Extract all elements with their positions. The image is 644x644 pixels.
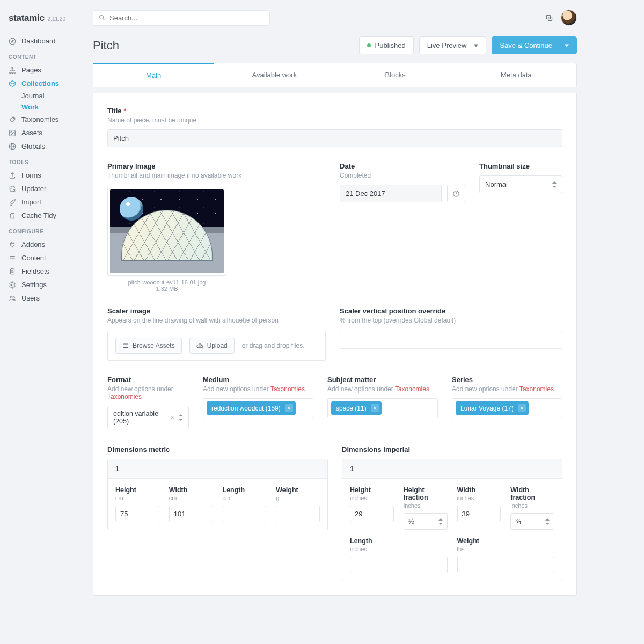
metric-width-input[interactable] xyxy=(169,506,213,522)
title-input[interactable] xyxy=(107,129,562,147)
date-input[interactable] xyxy=(340,185,442,202)
taxonomies-link[interactable]: Taxonomies xyxy=(395,385,429,393)
sidebar-item-label: Journal xyxy=(21,92,45,100)
medium-tag: reduction woodcut (159)× xyxy=(207,401,296,415)
svg-point-6 xyxy=(13,118,14,119)
live-preview-button[interactable]: Live Preview xyxy=(419,36,487,54)
title-help: Name of piece, must be unique xyxy=(107,116,562,124)
format-select[interactable]: edition variable (205) × xyxy=(107,406,189,429)
svg-point-14 xyxy=(100,16,104,19)
status-dot-icon xyxy=(367,43,371,47)
browse-assets-button[interactable]: Browse Assets xyxy=(115,338,182,354)
sidebar-item-fieldsets[interactable]: Fieldsets xyxy=(0,265,89,278)
imperial-length: Lengthinches xyxy=(350,537,448,573)
users-icon xyxy=(9,295,16,302)
imperial-hfrac-select[interactable]: ½ xyxy=(404,513,448,530)
search-icon xyxy=(99,14,105,21)
search-input[interactable] xyxy=(93,10,270,26)
save-dropdown[interactable] xyxy=(559,43,569,48)
medium-tagbox[interactable]: reduction woodcut (159)× xyxy=(203,398,313,418)
thumb-size-select[interactable]: Normal xyxy=(479,175,562,193)
sidebar-item-collections[interactable]: Collections xyxy=(0,77,89,90)
remove-tag-icon[interactable]: × xyxy=(285,404,293,412)
sidebar-item-label: Import xyxy=(21,198,41,206)
taxonomies-link[interactable]: Taxonomies xyxy=(270,385,305,393)
tab-blocks[interactable]: Blocks xyxy=(335,63,456,87)
metric-length-input[interactable] xyxy=(223,506,267,522)
published-status[interactable]: Published xyxy=(359,36,414,54)
remove-tag-icon[interactable]: × xyxy=(371,404,379,412)
series-tagbox[interactable]: Lunar Voyage (17)× xyxy=(452,398,562,418)
tab-main[interactable]: Main xyxy=(93,63,214,87)
sidebar-item-settings[interactable]: Settings xyxy=(0,278,89,291)
scaler-override-input[interactable] xyxy=(340,331,562,349)
brand-version: 2.11.20 xyxy=(48,16,65,22)
sidebar-item-cache-tidy[interactable]: Cache Tidy xyxy=(0,209,89,222)
svg-rect-18 xyxy=(123,344,128,348)
subject-tagbox[interactable]: space (11)× xyxy=(327,398,438,418)
sidebar-item-users[interactable]: Users xyxy=(0,291,89,305)
tab-meta[interactable]: Meta data xyxy=(456,63,576,87)
imperial-height-input[interactable] xyxy=(350,506,394,522)
imperial-width: Widthinches xyxy=(457,486,501,530)
dimensions-imperial: Dimensions imperial 1 Heightinches Heigh… xyxy=(342,445,562,581)
sidebar-item-work[interactable]: Work xyxy=(0,101,89,113)
scaler-image-help: Appears on the line drawing of wall with… xyxy=(107,317,326,324)
imperial-width-input[interactable] xyxy=(457,506,501,522)
metric-weight: Weightg xyxy=(276,486,320,522)
svg-marker-1 xyxy=(11,40,14,42)
sidebar-item-import[interactable]: Import xyxy=(0,195,89,209)
imperial-height-fraction: Height fractioninches½ xyxy=(404,486,448,530)
metric-height-input[interactable] xyxy=(115,506,159,522)
imperial-length-input[interactable] xyxy=(350,557,448,573)
sidebar-item-globals[interactable]: Globals xyxy=(0,140,89,153)
save-continue-button[interactable]: Save & Continue xyxy=(492,36,577,54)
imperial-weight-input[interactable] xyxy=(457,557,555,573)
sidebar-item-pages[interactable]: Pages xyxy=(0,63,89,77)
field-series: Series Add new options under Taxonomies … xyxy=(452,376,562,429)
section-content: CONTENT xyxy=(0,48,89,63)
sidebar-item-label: Addons xyxy=(21,240,45,248)
dim-metric-label: Dimensions metric xyxy=(107,445,328,453)
field-medium: Medium Add new options under Taxonomies … xyxy=(203,376,313,429)
sidebar-item-dashboard[interactable]: Dashboard xyxy=(0,34,89,48)
tab-available-work[interactable]: Available work xyxy=(214,63,335,87)
scaler-image-dropzone[interactable]: Browse Assets Upload or drag and drop fi… xyxy=(107,331,326,361)
taxonomies-link[interactable]: Taxonomies xyxy=(107,393,142,400)
sidebar-item-taxonomies[interactable]: Taxonomies xyxy=(0,113,89,126)
rocket-icon xyxy=(9,199,16,206)
subject-label: Subject matter xyxy=(327,376,438,384)
compass-icon xyxy=(9,38,16,45)
field-scaler-image: Scaler image Appears on the line drawing… xyxy=(107,307,326,361)
sidebar-item-content[interactable]: Content xyxy=(0,251,89,265)
avatar[interactable] xyxy=(561,10,577,26)
sidebar-item-label: Fieldsets xyxy=(21,267,49,275)
metric-weight-input[interactable] xyxy=(276,506,320,522)
time-picker-button[interactable] xyxy=(447,185,465,202)
sidebar-item-label: Users xyxy=(21,294,40,302)
primary-image-label: Primary Image xyxy=(107,162,326,170)
folder-icon xyxy=(122,342,129,349)
imperial-height: Heightinches xyxy=(350,486,394,530)
page-title: Pitch xyxy=(93,39,119,53)
svg-point-11 xyxy=(11,284,13,286)
medium-label: Medium xyxy=(203,376,313,384)
sidebar-item-updater[interactable]: Updater xyxy=(0,182,89,195)
copy-icon[interactable] xyxy=(545,14,553,22)
search-field[interactable] xyxy=(109,14,264,22)
imperial-wfrac-select[interactable]: ¾ xyxy=(510,513,554,530)
sidebar-item-assets[interactable]: Assets xyxy=(0,126,89,140)
clear-icon[interactable]: × xyxy=(171,414,174,421)
sidebar-item-forms[interactable]: Forms xyxy=(0,169,89,182)
save-label: Save & Continue xyxy=(500,41,552,49)
live-preview-label: Live Preview xyxy=(427,41,467,49)
primary-image-card[interactable] xyxy=(107,187,226,276)
dimensions-metric: Dimensions metric 1 Heightcm Widthcm Len… xyxy=(107,445,328,581)
upload-button[interactable]: Upload xyxy=(189,338,235,354)
field-date: Date Completed xyxy=(340,162,465,292)
taxonomies-link[interactable]: Taxonomies xyxy=(519,385,554,393)
sidebar-item-addons[interactable]: Addons xyxy=(0,238,89,251)
remove-tag-icon[interactable]: × xyxy=(518,404,526,412)
sidebar-item-journal[interactable]: Journal xyxy=(0,90,89,101)
section-configure: CONFIGURE xyxy=(0,222,89,238)
